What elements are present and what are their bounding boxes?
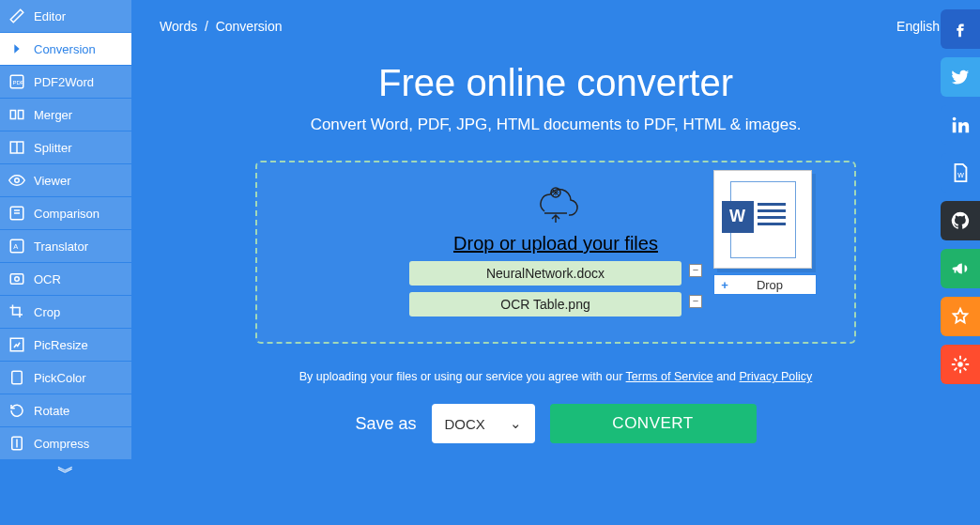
sidebar-item-label: PDF2Word [34, 75, 94, 89]
terms-of-service-link[interactable]: Terms of Service [626, 370, 713, 383]
sidebar-item-viewer[interactable]: Viewer [0, 164, 131, 196]
svg-point-6 [15, 178, 20, 183]
linkedin-button[interactable] [941, 105, 980, 145]
drop-hint[interactable]: + Drop [713, 274, 817, 295]
sidebar-item-label: Merger [34, 108, 72, 122]
sidebar-expand-button[interactable]: ︾ [0, 460, 131, 485]
sidebar-item-splitter[interactable]: Splitter [0, 131, 131, 163]
pdf-icon: PDF [8, 72, 26, 91]
privacy-policy-link[interactable]: Privacy Policy [740, 370, 813, 383]
spark-icon [950, 354, 971, 375]
sidebar-item-label: PickColor [34, 371, 86, 385]
drop-label[interactable]: Drop or upload your files [453, 233, 658, 255]
sidebar-item-conversion[interactable]: Conversion [0, 33, 131, 65]
terms-text: By uploading your files or using our ser… [160, 370, 952, 383]
ocr-icon [8, 270, 26, 288]
language-label: English [896, 19, 940, 34]
page-title: Free online converter [160, 62, 952, 104]
sidebar-item-label: Comparison [34, 207, 100, 221]
sidebar-item-label: Editor [34, 9, 66, 23]
chevron-down-icon: ︾ [57, 463, 74, 482]
sidebar-item-ocr[interactable]: OCR [0, 263, 131, 295]
document-button[interactable]: w [941, 153, 980, 193]
page-subtitle: Convert Word, PDF, JPG, HTML documents t… [160, 116, 952, 134]
sidebar-item-compress[interactable]: Compress [0, 427, 131, 459]
topbar: Words / Conversion English ▾ [160, 0, 952, 53]
favorite-button[interactable] [941, 297, 980, 336]
format-select[interactable]: DOCX ⌄ [432, 404, 535, 443]
format-value: DOCX [445, 416, 485, 432]
svg-rect-3 [19, 111, 23, 119]
conversion-icon [8, 39, 26, 58]
crop-icon [8, 302, 26, 321]
svg-text:w: w [957, 170, 964, 179]
sidebar-item-comparison[interactable]: Comparison [0, 197, 131, 229]
sidebar-item-label: Translator [34, 239, 88, 254]
breadcrumb: Words / Conversion [160, 19, 282, 34]
translate-icon: A [8, 237, 26, 255]
twitter-icon [950, 67, 971, 87]
svg-text:A: A [13, 242, 18, 251]
svg-rect-2 [10, 111, 15, 119]
convert-button[interactable]: CONVERT [550, 404, 757, 443]
sidebar-item-merger[interactable]: Merger [0, 99, 131, 131]
sidebar-item-crop[interactable]: Crop [0, 296, 131, 328]
svg-text:PDF: PDF [13, 80, 24, 85]
drop-hint-label: Drop [735, 278, 816, 292]
spark-button[interactable] [941, 345, 980, 384]
splitter-icon [8, 138, 26, 157]
sidebar-item-picresize[interactable]: PicResize [0, 329, 131, 361]
sidebar-item-label: Splitter [34, 141, 71, 155]
plus-icon: + [714, 278, 735, 292]
announcement-button[interactable] [941, 249, 980, 288]
facebook-button[interactable] [941, 9, 980, 49]
eye-icon [8, 171, 26, 190]
sidebar-item-label: OCR [34, 272, 61, 286]
chevron-down-icon: ⌄ [510, 415, 522, 432]
uploaded-file: OCR Table.png [409, 292, 681, 317]
word-doc-thumbnail[interactable]: W [713, 170, 812, 269]
sidebar-item-label: Conversion [34, 42, 96, 56]
facebook-icon [950, 19, 971, 39]
uploaded-file: NeuralNetwork.docx [409, 261, 681, 286]
compress-icon [8, 434, 26, 453]
breadcrumb-current: Conversion [216, 19, 283, 34]
editor-icon [8, 7, 26, 25]
sidebar-item-editor[interactable]: Editor [0, 0, 131, 32]
twitter-button[interactable] [941, 57, 980, 97]
cloud-upload-icon [528, 183, 584, 225]
breadcrumb-root[interactable]: Words [160, 19, 197, 34]
hero: Free online converter Convert Word, PDF,… [160, 62, 952, 134]
picker-icon [8, 368, 26, 387]
main-content: Words / Conversion English ▾ Free online… [131, 0, 980, 525]
svg-rect-12 [10, 274, 23, 285]
svg-point-23 [957, 362, 963, 367]
save-as-label: Save as [355, 414, 416, 434]
word-icon: W [722, 201, 754, 233]
drag-overlay: W + Drop [713, 170, 817, 295]
sidebar-item-label: PicResize [34, 338, 88, 352]
github-button[interactable] [941, 201, 980, 240]
remove-file-button[interactable]: − [689, 295, 702, 308]
sidebar-item-translator[interactable]: A Translator [0, 230, 131, 262]
resize-icon [8, 335, 26, 354]
sidebar-item-rotate[interactable]: Rotate [0, 394, 131, 426]
sidebar-item-label: Compress [34, 437, 89, 451]
actionbar: Save as DOCX ⌄ CONVERT [160, 404, 952, 443]
sidebar-item-pickcolor[interactable]: PickColor [0, 362, 131, 394]
svg-point-13 [15, 277, 20, 282]
sidebar-item-label: Crop [34, 305, 60, 319]
dropzone[interactable]: Drop or upload your files NeuralNetwork.… [255, 161, 856, 344]
compare-icon [8, 204, 26, 223]
megaphone-icon [950, 258, 971, 279]
sidebar-item-label: Rotate [34, 404, 69, 418]
sidebar-item-label: Viewer [34, 174, 71, 188]
svg-point-21 [953, 117, 957, 121]
sidebar: Editor Conversion PDF PDF2Word Merger Sp… [0, 0, 131, 525]
social-rail: w [941, 9, 980, 384]
document-icon: w [950, 162, 971, 183]
svg-rect-15 [12, 371, 23, 384]
linkedin-icon [950, 115, 971, 135]
remove-file-button[interactable]: − [689, 264, 702, 277]
sidebar-item-pdf2word[interactable]: PDF PDF2Word [0, 66, 131, 98]
